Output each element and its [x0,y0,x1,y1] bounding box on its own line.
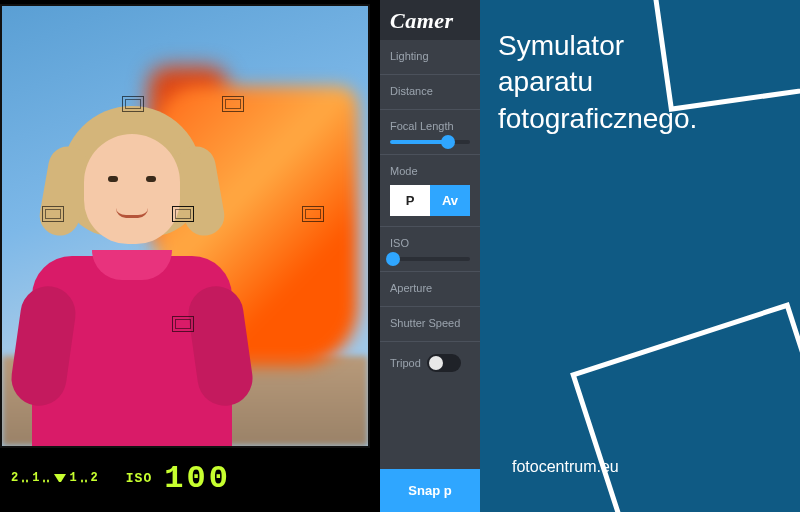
iso-group: ISO [380,227,480,272]
mode-av-button[interactable]: Av [430,185,470,216]
iso-slider[interactable] [390,257,470,261]
app-title: Camer [380,0,480,40]
readout-iso-label: ISO [126,471,152,486]
af-point-icon [302,206,324,222]
exposure-marker-icon [54,474,66,482]
shutter-group: Shutter Speed [380,307,480,342]
focal-length-group: Focal Length [380,110,480,155]
tripod-label: Tripod [390,357,421,369]
decorative-rect-icon [570,302,800,512]
promo-site-url: fotocentrum.eu [512,458,619,476]
tripod-toggle[interactable] [427,354,461,372]
mode-label: Mode [390,165,470,177]
af-point-icon [222,96,244,112]
viewfinder-readout: 2 ‥ 1 ‥ 1 ‥ 2 ISO 100 [0,452,370,504]
focal-length-slider[interactable] [390,140,470,144]
preview-scene [2,6,368,446]
distance-group: Distance [380,75,480,110]
exposure-scale: 2 ‥ 1 ‥ 1 ‥ 2 [10,471,100,486]
aperture-group: Aperture [380,272,480,307]
distance-label: Distance [390,85,470,97]
slider-thumb-icon[interactable] [441,135,455,149]
lighting-label: Lighting [390,50,470,62]
readout-iso-value: 100 [164,460,231,497]
mode-group: Mode P Av [380,155,480,227]
settings-panel: Camer Lighting Distance Focal Length Mod… [380,0,480,512]
toggle-knob-icon [429,356,443,370]
promo-banner: Symulator aparatu fotograficznego. fotoc… [480,0,800,512]
aperture-label: Aperture [390,282,470,294]
af-point-center-icon [172,206,194,222]
slider-thumb-icon[interactable] [386,252,400,266]
mode-selector: P Av [390,185,470,216]
iso-label: ISO [390,237,470,249]
scene-subject [32,86,232,446]
focal-length-label: Focal Length [390,120,470,132]
viewfinder-preview [0,4,370,448]
camera-viewfinder: 2 ‥ 1 ‥ 1 ‥ 2 ISO 100 [0,0,380,512]
af-point-icon [172,316,194,332]
decorative-rect-icon [653,0,800,112]
af-point-icon [42,206,64,222]
mode-p-button[interactable]: P [390,185,430,216]
tripod-group: Tripod [380,342,480,386]
lighting-group: Lighting [380,40,480,75]
af-point-icon [122,96,144,112]
snap-photo-button[interactable]: Snap p [380,469,480,512]
subject-face [84,134,180,244]
shutter-label: Shutter Speed [390,317,470,329]
subject-shirt [32,256,232,446]
